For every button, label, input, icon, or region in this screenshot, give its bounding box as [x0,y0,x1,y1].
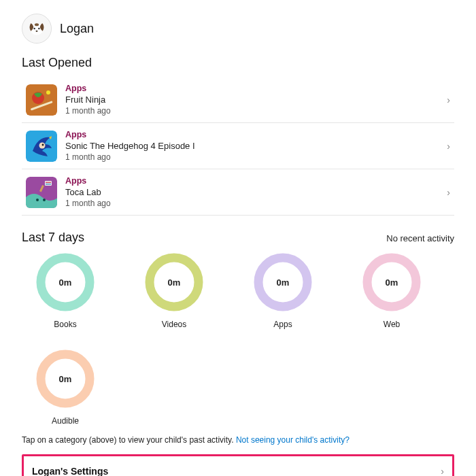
ring-label: Audible [31,416,99,426]
app-title: Toca Lab [65,187,443,197]
app-category: Apps [65,84,443,93]
app-time: 1 month ago [65,199,443,208]
settings-label: Logan's Settings [32,466,108,476]
app-title: Fruit Ninja [65,95,443,105]
last-opened-meta: Apps Toca Lab 1 month ago [65,176,443,208]
svg-point-5 [35,23,39,26]
last-opened-section: Last Opened Apps Fruit Ninja 1 month ago… [22,56,454,216]
app-thumb-fruit-ninja-icon [26,84,57,116]
no-recent-activity: No recent activity [386,233,454,243]
profile-name: Logan [60,22,94,36]
svg-rect-17 [46,182,51,183]
ring-value: 0m [35,348,96,409]
ring-label: Apps [249,320,317,329]
avatar [22,14,52,44]
ring-value: 0m [143,252,205,313]
ring-value: 0m [252,252,313,313]
ring-audible[interactable]: 0m Audible [31,348,99,426]
ring-graphic: 0m [143,252,205,313]
svg-point-2 [33,28,35,29]
app-title: Sonic The Hedgehog 4 Episode I [65,141,443,151]
app-time: 1 month ago [65,152,443,162]
ring-videos[interactable]: 0m Videos [140,252,208,329]
app-time: 1 month ago [65,106,443,116]
ring-books[interactable]: 0m Books [31,252,99,329]
ring-graphic: 0m [361,252,422,313]
avatar-dog-icon [22,14,51,44]
ring-web[interactable]: 0m Web [358,252,426,329]
svg-point-14 [36,199,39,201]
last7-header: Last 7 days No recent activity [22,231,454,245]
ring-graphic: 0m [35,252,96,313]
ring-label: Web [358,320,426,329]
svg-point-4 [35,31,37,32]
svg-rect-16 [45,181,52,186]
svg-point-12 [42,143,44,146]
activity-hint: Tap on a category (above) to view your c… [22,435,454,445]
hint-text: Tap on a category (above) to view your c… [22,435,236,445]
svg-point-9 [46,90,50,95]
ring-graphic: 0m [35,348,96,409]
activity-rings: 0m Books 0m Videos 0m Apps 0m Web 0m Aud… [31,252,454,426]
chevron-right-icon: › [443,141,454,152]
last-opened-row[interactable]: Apps Fruit Ninja 1 month ago › [22,77,454,123]
ring-graphic: 0m [252,252,313,313]
ring-label: Books [31,320,99,329]
settings-bar[interactable]: Logan's Settings › [22,454,454,476]
last-opened-meta: Apps Sonic The Hedgehog 4 Episode I 1 mo… [65,130,443,162]
hint-link[interactable]: Not seeing your child's activity? [236,435,350,445]
ring-apps[interactable]: 0m Apps [249,252,317,329]
chevron-right-icon: › [443,187,454,198]
chevron-right-icon: › [441,466,444,476]
svg-rect-18 [46,184,51,185]
ring-value: 0m [35,252,96,313]
svg-point-15 [43,199,46,201]
last-opened-meta: Apps Fruit Ninja 1 month ago [65,84,443,116]
app-thumb-sonic-icon [26,131,57,162]
app-category: Apps [65,176,443,186]
profile-header: Logan [22,14,454,44]
svg-point-11 [39,142,46,148]
last-opened-row[interactable]: Apps Sonic The Hedgehog 4 Episode I 1 mo… [22,123,454,169]
chevron-right-icon: › [443,95,454,105]
svg-point-3 [38,28,39,29]
last7-title: Last 7 days [22,231,84,245]
last-opened-row[interactable]: Apps Toca Lab 1 month ago › [22,169,454,216]
app-thumb-toca-lab-icon [26,177,57,208]
app-category: Apps [65,130,443,139]
ring-label: Videos [140,320,208,329]
ring-value: 0m [361,252,422,313]
last-opened-title: Last Opened [22,56,454,70]
